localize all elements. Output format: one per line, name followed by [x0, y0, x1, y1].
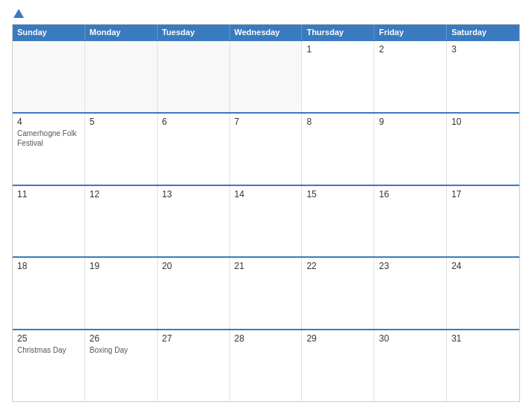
calendar-cell: 5 — [85, 114, 158, 185]
calendar-cell: 19 — [85, 258, 158, 329]
day-header-wednesday: Wednesday — [230, 25, 303, 40]
day-headers-row: SundayMondayTuesdayWednesdayThursdayFrid… — [13, 25, 519, 40]
calendar-cell: 13 — [158, 186, 230, 257]
cell-event-label: Christmas Day — [17, 346, 66, 354]
cell-day-number: 14 — [235, 189, 297, 200]
header — [12, 9, 520, 18]
cell-day-number: 28 — [235, 333, 297, 344]
day-header-sunday: Sunday — [13, 25, 85, 40]
calendar-cell: 31 — [447, 330, 519, 401]
day-header-tuesday: Tuesday — [158, 25, 230, 40]
calendar-cell: 8 — [302, 114, 374, 185]
calendar-cell: 22 — [302, 258, 374, 329]
calendar-cell: 20 — [158, 258, 230, 329]
cell-day-number: 30 — [379, 333, 442, 344]
week-row-4: 18192021222324 — [13, 256, 519, 329]
cell-day-number: 3 — [451, 44, 515, 55]
calendar-cell: 7 — [230, 114, 303, 185]
cell-day-number: 7 — [235, 117, 297, 127]
calendar-cell: 9 — [374, 114, 447, 185]
calendar-cell: 21 — [230, 258, 303, 329]
cell-day-number: 9 — [379, 117, 442, 127]
cell-day-number: 10 — [451, 117, 515, 127]
calendar-cell: 16 — [374, 186, 447, 257]
cell-day-number: 5 — [90, 117, 152, 127]
cell-day-number: 6 — [162, 117, 225, 127]
week-row-1: 123 — [13, 40, 519, 112]
calendar-cell: 4Camerhogne Folk Festival — [13, 114, 85, 185]
calendar-cell: 27 — [158, 330, 230, 401]
cell-day-number: 19 — [90, 261, 152, 271]
calendar-cell: 25Christmas Day — [13, 330, 85, 401]
calendar-cell: 23 — [374, 258, 447, 329]
cell-event-label: Boxing Day — [90, 346, 128, 354]
calendar-cell: 29 — [302, 330, 374, 401]
week-row-5: 25Christmas Day26Boxing Day2728293031 — [13, 329, 519, 401]
logo-triangle-icon — [13, 9, 24, 18]
calendar-cell: 28 — [230, 330, 303, 401]
calendar-cell — [13, 41, 85, 112]
cell-day-number: 16 — [379, 189, 442, 200]
cell-day-number: 22 — [306, 261, 369, 271]
cell-day-number: 25 — [17, 333, 80, 344]
calendar-cell: 18 — [13, 258, 85, 329]
cell-day-number: 12 — [90, 189, 152, 200]
calendar-cell: 1 — [302, 41, 374, 112]
cell-day-number: 21 — [235, 261, 297, 271]
calendar-cell: 14 — [230, 186, 303, 257]
cell-day-number: 4 — [17, 117, 80, 127]
cell-event-label: Camerhogne Folk Festival — [17, 129, 76, 147]
calendar-cell: 11 — [13, 186, 85, 257]
cell-day-number: 24 — [451, 261, 515, 271]
calendar-grid: SundayMondayTuesdayWednesdayThursdayFrid… — [12, 24, 520, 402]
calendar-cell — [158, 41, 230, 112]
calendar-page: SundayMondayTuesdayWednesdayThursdayFrid… — [0, 0, 532, 411]
cell-day-number: 11 — [17, 189, 80, 200]
calendar-cell: 24 — [447, 258, 519, 329]
calendar-cell: 17 — [447, 186, 519, 257]
day-header-saturday: Saturday — [447, 25, 519, 40]
cell-day-number: 29 — [306, 333, 369, 344]
calendar-cell: 2 — [374, 41, 447, 112]
calendar-cell: 12 — [85, 186, 158, 257]
calendar-cell: 30 — [374, 330, 447, 401]
week-row-2: 4Camerhogne Folk Festival5678910 — [13, 112, 519, 185]
calendar-cell: 15 — [302, 186, 374, 257]
cell-day-number: 1 — [306, 44, 369, 55]
calendar-cell: 10 — [447, 114, 519, 185]
calendar-cell: 3 — [447, 41, 519, 112]
cell-day-number: 20 — [162, 261, 225, 271]
day-header-monday: Monday — [85, 25, 158, 40]
calendar-cell: 26Boxing Day — [85, 330, 158, 401]
week-row-3: 11121314151617 — [13, 185, 519, 257]
logo — [12, 9, 24, 18]
cell-day-number: 17 — [451, 189, 515, 200]
calendar-cell — [85, 41, 158, 112]
cell-day-number: 27 — [162, 333, 225, 344]
cell-day-number: 8 — [306, 117, 369, 127]
cell-day-number: 15 — [306, 189, 369, 200]
cell-day-number: 13 — [162, 189, 225, 200]
cell-day-number: 18 — [17, 261, 80, 271]
weeks-container: 1234Camerhogne Folk Festival567891011121… — [13, 40, 519, 401]
calendar-cell: 6 — [158, 114, 230, 185]
day-header-friday: Friday — [374, 25, 447, 40]
cell-day-number: 31 — [451, 333, 515, 344]
cell-day-number: 2 — [379, 44, 442, 55]
calendar-cell — [230, 41, 303, 112]
cell-day-number: 26 — [90, 333, 152, 344]
day-header-thursday: Thursday — [302, 25, 374, 40]
cell-day-number: 23 — [379, 261, 442, 271]
